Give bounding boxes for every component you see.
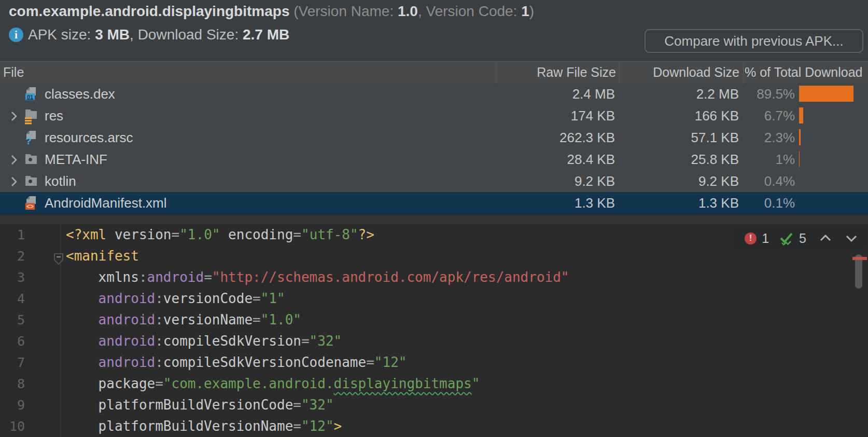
- column-divider[interactable]: [496, 62, 496, 84]
- code-line-7[interactable]: 7 android:compileSdkVersionCodename="12": [0, 352, 868, 373]
- folder-icon: [24, 174, 38, 190]
- chevron-right-icon[interactable]: [7, 110, 21, 125]
- table-row-classes.dex[interactable]: 01classes.dex2.4 MB2.2 MB89.5%: [0, 83, 868, 105]
- chevron-right-icon[interactable]: [7, 153, 21, 169]
- code-line-2[interactable]: 2<manifest: [0, 245, 868, 267]
- version-name-value: 1.0: [398, 3, 418, 19]
- svg-text:<>: <>: [26, 203, 34, 210]
- code-text: android:compileSdkVersionCodename="12": [66, 352, 407, 373]
- code-line-4[interactable]: 4 android:versionCode="1": [0, 288, 868, 309]
- download-pct-bar: [799, 107, 803, 124]
- chevron-down-icon[interactable]: [845, 233, 858, 244]
- line-number: 1: [0, 224, 25, 245]
- code-area[interactable]: 1<?xml version="1.0" encoding="utf-8"?>2…: [0, 224, 868, 437]
- chevron-right-icon[interactable]: [7, 175, 21, 190]
- line-number: 8: [0, 373, 25, 394]
- chevron-up-icon[interactable]: [819, 233, 832, 244]
- code-text: platformBuildVersionCode="32": [66, 394, 334, 416]
- file-name: classes.dex: [45, 83, 115, 105]
- folder-icon: [24, 152, 38, 168]
- pct-of-total: 1%: [691, 148, 795, 170]
- file-name: AndroidManifest.xml: [45, 192, 167, 214]
- arsc-file-icon: ?: [24, 130, 38, 147]
- res-folder-icon: [24, 108, 38, 127]
- line-number: 5: [0, 309, 25, 331]
- table-body: 01classes.dex2.4 MB2.2 MB89.5%res174 KB1…: [0, 83, 868, 214]
- svg-text:01: 01: [27, 94, 33, 100]
- file-name: META-INF: [45, 148, 107, 170]
- apk-size-summary: i APK size: 3 MB, Download Size: 2.7 MB: [9, 27, 289, 43]
- info-icon: i: [9, 28, 23, 42]
- file-name: resources.arsc: [45, 127, 133, 148]
- inspections-widget: ! 1 5: [734, 228, 866, 249]
- compare-with-previous-apk-button[interactable]: Compare with previous APK...: [645, 29, 863, 53]
- code-line-6[interactable]: 6 android:compileSdkVersion="32": [0, 331, 868, 352]
- page-title: com.example.android.displayingbitmaps (V…: [9, 3, 534, 20]
- table-row-res[interactable]: res174 KB166 KB6.7%: [0, 105, 868, 127]
- column-divider[interactable]: [743, 62, 744, 84]
- line-number: 2: [0, 245, 25, 267]
- file-name: res: [45, 105, 63, 127]
- line-number: 3: [0, 267, 25, 288]
- line-number: 4: [0, 288, 25, 309]
- svg-text:?: ?: [25, 135, 32, 145]
- version-label: (Version Name: 1.0, Version Code: 1): [293, 3, 534, 19]
- code-line-10[interactable]: 10 platformBuildVersionName="12">: [0, 416, 868, 437]
- apk-size-value: 3 MB: [95, 26, 130, 43]
- code-text: android:versionCode="1": [66, 288, 285, 309]
- pct-of-total: 0.4%: [691, 170, 795, 192]
- code-text: <?xml version="1.0" encoding="utf-8"?>: [66, 224, 374, 245]
- code-line-8[interactable]: 8 package="com.example.android.displayin…: [0, 373, 868, 394]
- column-header-raw-file-size[interactable]: Raw File Size: [496, 62, 616, 83]
- line-number: 6: [0, 331, 25, 352]
- table-header-row: File Raw File Size Download Size % of To…: [0, 61, 868, 83]
- pct-of-total: 6.7%: [691, 105, 795, 127]
- code-text: android:compileSdkVersion="32": [66, 331, 342, 352]
- manifest-editor: 1<?xml version="1.0" encoding="utf-8"?>2…: [0, 214, 868, 437]
- code-line-9[interactable]: 9 platformBuildVersionCode="32": [0, 394, 868, 416]
- table-row-kotlin[interactable]: kotlin9.2 KB9.2 KB0.4%: [0, 170, 868, 192]
- apk-file-table: File Raw File Size Download Size % of To…: [0, 61, 868, 214]
- column-header-download-size[interactable]: Download Size: [619, 62, 739, 83]
- download-pct-bar: [799, 151, 800, 167]
- pct-of-total: 0.1%: [691, 192, 795, 214]
- table-row-AndroidManifest.xml[interactable]: <>AndroidManifest.xml1.3 KB1.3 KB0.1%: [0, 192, 868, 214]
- code-line-3[interactable]: 3 xmlns:android="http://schemas.android.…: [0, 267, 868, 288]
- manifest-file-icon: <>: [24, 196, 38, 213]
- column-header-file[interactable]: File: [3, 62, 24, 83]
- download-pct-bar: [799, 129, 801, 145]
- error-stripe-mark[interactable]: [852, 257, 867, 260]
- column-divider[interactable]: [619, 62, 620, 84]
- code-text: android:versionName="1.0": [66, 309, 301, 331]
- line-number: 7: [0, 352, 25, 373]
- column-header-pct-of-total[interactable]: % of Total Download ...: [745, 62, 865, 83]
- inspections-ok-icon[interactable]: [778, 230, 794, 246]
- download-pct-bar: [799, 86, 853, 102]
- table-row-META-INF[interactable]: META-INF28.4 KB25.8 KB1%: [0, 148, 868, 170]
- dex-file-icon: 01: [24, 87, 38, 104]
- pct-of-total: 2.3%: [691, 127, 795, 148]
- editor-top-margin: [0, 215, 868, 224]
- code-text: platformBuildVersionName="12">: [66, 416, 342, 437]
- line-number: 9: [0, 394, 25, 416]
- line-number: 10: [0, 416, 25, 437]
- error-count[interactable]: 1: [762, 231, 769, 246]
- table-row-resources.arsc[interactable]: ?resources.arsc262.3 KB57.1 KB2.3%: [0, 127, 868, 148]
- download-size-value: 2.7 MB: [243, 26, 289, 43]
- code-text: xmlns:android="http://schemas.android.co…: [66, 267, 569, 288]
- apk-analyzer-header: com.example.android.displayingbitmaps (V…: [0, 0, 868, 61]
- error-icon[interactable]: !: [745, 233, 757, 244]
- code-line-5[interactable]: 5 android:versionName="1.0": [0, 309, 868, 331]
- code-text: <manifest: [66, 245, 139, 267]
- version-code-value: 1: [521, 3, 529, 19]
- file-name: kotlin: [45, 170, 76, 192]
- pct-of-total: 89.5%: [691, 83, 795, 105]
- package-name: com.example.android.displayingbitmaps: [9, 3, 289, 19]
- ok-count[interactable]: 5: [799, 231, 806, 246]
- code-text: package="com.example.android.displayingb…: [66, 373, 480, 394]
